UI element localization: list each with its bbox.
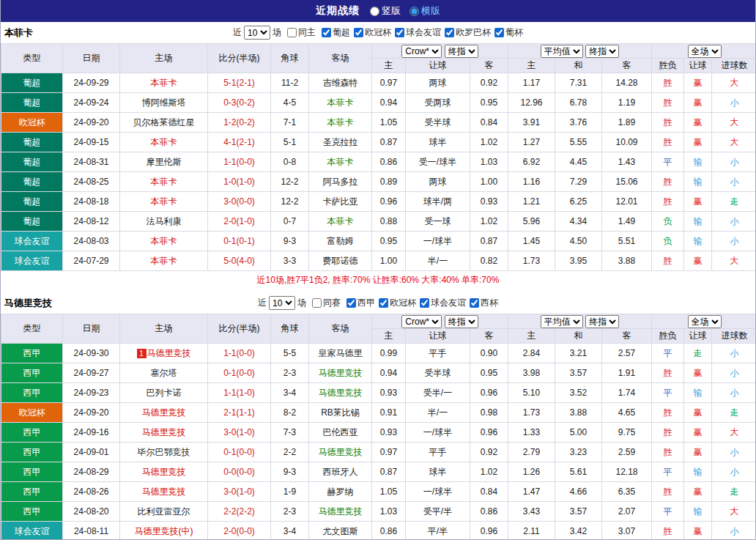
- view-mode-radio[interactable]: [410, 7, 419, 16]
- score[interactable]: 0-1(0-0): [208, 443, 271, 462]
- same-filter-checkbox[interactable]: [287, 28, 297, 37]
- home-team[interactable]: 本菲卡: [120, 251, 208, 271]
- home-team-name: 马德里竞技: [142, 487, 186, 497]
- home-team[interactable]: 比利亚雷亚尔: [120, 502, 208, 522]
- away-team[interactable]: 西班牙人: [309, 462, 372, 482]
- score[interactable]: 2-0(0-0): [208, 522, 271, 540]
- score[interactable]: 5-0(4-0): [208, 251, 271, 271]
- score[interactable]: 2-2(2-2): [208, 502, 271, 522]
- home-team[interactable]: 贝尔格莱德红星: [120, 113, 208, 133]
- league-filter-checkbox[interactable]: [395, 28, 404, 37]
- league-filter-checkbox[interactable]: [322, 28, 331, 37]
- league-filter-checkbox[interactable]: [379, 298, 388, 308]
- away-team[interactable]: 卡萨比亚: [309, 192, 372, 212]
- league-filter[interactable]: 欧冠杯: [354, 26, 391, 39]
- league-filter[interactable]: 葡杯: [494, 26, 523, 39]
- league-filter[interactable]: 欧罗巴杯: [445, 26, 491, 39]
- league-filter-checkbox[interactable]: [445, 28, 454, 37]
- away-team[interactable]: 本菲卡: [309, 212, 372, 232]
- score[interactable]: 2-1(1-1): [208, 403, 271, 423]
- away-team[interactable]: 本菲卡: [309, 152, 372, 172]
- score[interactable]: 3-0(0-0): [208, 192, 271, 212]
- avg-source-select[interactable]: 平均值: [541, 45, 583, 58]
- score[interactable]: 0-0(0-0): [208, 462, 271, 482]
- score[interactable]: 2-0(1-0): [208, 212, 271, 232]
- home-team[interactable]: 塞尔塔: [120, 363, 208, 383]
- home-team[interactable]: 摩里伦斯: [120, 152, 208, 172]
- score[interactable]: 1-1(1-0): [208, 383, 271, 403]
- home-team[interactable]: 马德里竞技: [120, 482, 208, 502]
- home-team[interactable]: 博阿维斯塔: [120, 93, 208, 113]
- home-team[interactable]: 马德里竞技: [120, 423, 208, 443]
- away-team[interactable]: 马德里竞技: [309, 363, 372, 383]
- odds-company-select[interactable]: Crow*: [401, 315, 442, 328]
- away-team[interactable]: RB莱比锡: [309, 403, 372, 423]
- score[interactable]: 0-3(0-2): [208, 93, 271, 113]
- league-filter[interactable]: 西杯: [470, 297, 498, 309]
- score[interactable]: 0-1(0-0): [208, 363, 271, 383]
- away-team[interactable]: 马德里竞技: [309, 502, 372, 522]
- away-team[interactable]: 本菲卡: [309, 93, 372, 113]
- scope-select[interactable]: 全场: [688, 315, 722, 328]
- away-team[interactable]: 富勒姆: [309, 232, 372, 251]
- away-team[interactable]: 尤文图斯: [309, 522, 372, 540]
- odds-company-select[interactable]: Crow*: [401, 45, 442, 58]
- away-team[interactable]: 皇家马德里: [309, 344, 372, 363]
- same-filter-checkbox[interactable]: [312, 298, 322, 308]
- away-team[interactable]: 本菲卡: [309, 113, 372, 133]
- score[interactable]: 1-2(0-2): [208, 113, 271, 133]
- home-team[interactable]: 本菲卡: [120, 133, 208, 152]
- recent-count-select[interactable]: 10: [244, 26, 270, 40]
- home-team[interactable]: 马德里竞技: [120, 462, 208, 482]
- league-filter[interactable]: 葡超: [322, 26, 350, 39]
- away-team[interactable]: 马德里竞技: [309, 383, 372, 403]
- home-team[interactable]: 本菲卡: [120, 232, 208, 251]
- away-team[interactable]: 赫罗纳: [309, 482, 372, 502]
- home-team[interactable]: 1马德里竞技: [120, 344, 208, 363]
- league-filter[interactable]: 西甲: [346, 297, 375, 309]
- home-team[interactable]: 巴列卡诺: [120, 383, 208, 403]
- home-team[interactable]: 法马利康: [120, 212, 208, 232]
- away-team[interactable]: 吉维森特: [309, 73, 372, 93]
- home-team[interactable]: 本菲卡: [120, 192, 208, 212]
- score[interactable]: 3-0(1-0): [208, 482, 271, 502]
- avg-stage-select[interactable]: 终指: [585, 45, 619, 58]
- score[interactable]: 5-1(2-1): [208, 73, 271, 93]
- away-team[interactable]: 巴伦西亚: [309, 423, 372, 443]
- away-team[interactable]: 费耶诺德: [309, 251, 372, 271]
- league-filter-checkbox[interactable]: [354, 28, 363, 37]
- avg-stage-select[interactable]: 终指: [585, 315, 619, 328]
- away-team[interactable]: 马德里竞技: [309, 443, 372, 462]
- score[interactable]: 1-1(0-0): [208, 344, 271, 363]
- home-team[interactable]: 本菲卡: [120, 172, 208, 192]
- same-filter[interactable]: 同赛: [312, 297, 341, 309]
- score[interactable]: 1-1(0-0): [208, 152, 271, 172]
- score[interactable]: 4-1(2-1): [208, 133, 271, 152]
- view-mode-option[interactable]: 竖版: [370, 4, 401, 18]
- same-filter[interactable]: 同主: [287, 26, 316, 39]
- view-mode-option[interactable]: 横版: [410, 4, 440, 18]
- odds-stage-select[interactable]: 终指: [445, 45, 478, 58]
- score[interactable]: 3-0(1-0): [208, 423, 271, 443]
- league-filter-checkbox[interactable]: [494, 28, 504, 37]
- league-filter-checkbox[interactable]: [420, 298, 429, 308]
- recent-count-select[interactable]: 10: [269, 296, 295, 310]
- league-filter-checkbox[interactable]: [346, 298, 356, 308]
- home-team[interactable]: 本菲卡: [120, 73, 208, 93]
- league-filter[interactable]: 球会友谊: [420, 297, 466, 309]
- away-team[interactable]: 阿马多拉: [309, 172, 372, 192]
- home-team[interactable]: 马德里竞技(中): [120, 522, 208, 540]
- home-team[interactable]: 毕尔巴鄂竞技: [120, 443, 208, 462]
- home-team[interactable]: 马德里竞技: [120, 403, 208, 423]
- recent-suffix-label: 场: [297, 297, 306, 309]
- score[interactable]: 1-0(1-0): [208, 172, 271, 192]
- league-filter-checkbox[interactable]: [470, 298, 479, 308]
- league-filter[interactable]: 球会友谊: [395, 26, 441, 39]
- avg-source-select[interactable]: 平均值: [541, 315, 583, 328]
- scope-select[interactable]: 全场: [688, 45, 722, 58]
- odds-stage-select[interactable]: 终指: [445, 315, 478, 328]
- score[interactable]: 0-1(0-1): [208, 232, 271, 251]
- away-team[interactable]: 圣克拉拉: [309, 133, 372, 152]
- view-mode-radio[interactable]: [370, 7, 379, 16]
- league-filter[interactable]: 欧冠杯: [379, 297, 416, 309]
